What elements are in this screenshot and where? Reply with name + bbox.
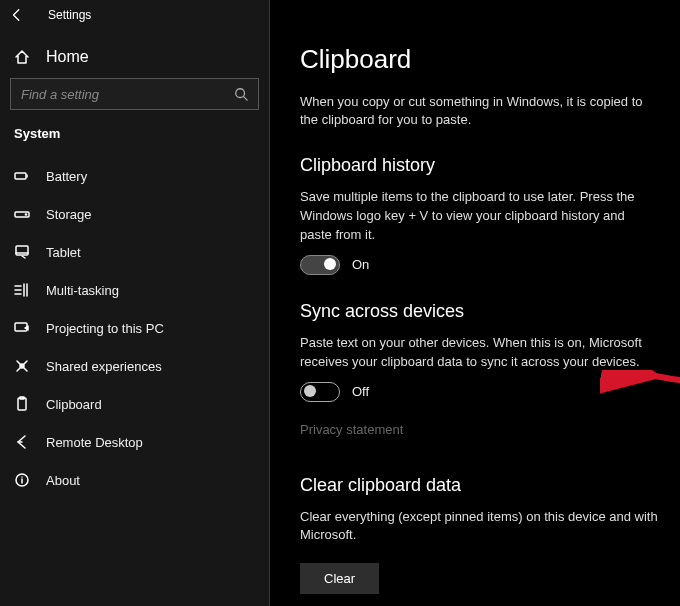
multitasking-icon <box>14 282 30 298</box>
nav-label: About <box>46 473 80 488</box>
nav-label: Multi-tasking <box>46 283 119 298</box>
clear-button[interactable]: Clear <box>300 563 379 594</box>
sync-heading: Sync across devices <box>300 301 660 322</box>
content-pane: Clipboard When you copy or cut something… <box>270 0 680 606</box>
history-desc: Save multiple items to the clipboard to … <box>300 188 660 245</box>
history-toggle-label: On <box>352 257 369 272</box>
nav-label: Battery <box>46 169 87 184</box>
about-icon <box>14 472 30 488</box>
nav-item-shared[interactable]: Shared experiences <box>0 347 269 385</box>
remote-icon <box>14 434 30 450</box>
clear-desc: Clear everything (except pinned items) o… <box>300 508 660 546</box>
search-box[interactable] <box>10 78 259 110</box>
nav-item-battery[interactable]: Battery <box>0 157 269 195</box>
nav-label: Shared experiences <box>46 359 162 374</box>
sidebar-home[interactable]: Home <box>0 40 269 78</box>
sync-toggle-label: Off <box>352 384 369 399</box>
history-heading: Clipboard history <box>300 155 660 176</box>
sync-desc: Paste text on your other devices. When t… <box>300 334 660 372</box>
page-title: Clipboard <box>300 44 660 75</box>
svg-rect-7 <box>18 398 26 410</box>
titlebar: Settings <box>0 0 269 40</box>
nav-label: Tablet <box>46 245 81 260</box>
sidebar-home-label: Home <box>46 48 89 66</box>
back-icon[interactable] <box>10 8 24 22</box>
sync-toggle[interactable] <box>300 382 340 402</box>
sidebar: Settings Home System Battery Storage <box>0 0 270 606</box>
nav-item-about[interactable]: About <box>0 461 269 499</box>
svg-rect-1 <box>15 173 26 179</box>
sidebar-category: System <box>0 124 269 157</box>
privacy-link[interactable]: Privacy statement <box>300 422 403 437</box>
nav-item-clipboard[interactable]: Clipboard <box>0 385 269 423</box>
clipboard-icon <box>14 396 30 412</box>
nav-item-projecting[interactable]: Projecting to this PC <box>0 309 269 347</box>
settings-window: Settings Home System Battery Storage <box>0 0 680 606</box>
home-icon <box>14 49 30 65</box>
history-toggle[interactable] <box>300 255 340 275</box>
nav-item-multitasking[interactable]: Multi-tasking <box>0 271 269 309</box>
search-icon <box>234 87 248 101</box>
history-toggle-row: On <box>300 255 660 275</box>
sync-toggle-row: Off <box>300 382 660 402</box>
storage-icon <box>14 206 30 222</box>
tablet-icon <box>14 244 30 260</box>
nav-item-remote[interactable]: Remote Desktop <box>0 423 269 461</box>
nav-label: Storage <box>46 207 92 222</box>
svg-point-3 <box>25 214 26 215</box>
search-input[interactable] <box>21 87 201 102</box>
window-title: Settings <box>48 8 91 22</box>
battery-icon <box>14 168 30 184</box>
shared-icon <box>14 358 30 374</box>
nav-item-storage[interactable]: Storage <box>0 195 269 233</box>
nav-list: Battery Storage Tablet Multi-tasking Pro… <box>0 157 269 598</box>
nav-label: Projecting to this PC <box>46 321 164 336</box>
nav-item-tablet[interactable]: Tablet <box>0 233 269 271</box>
clear-heading: Clear clipboard data <box>300 475 660 496</box>
nav-label: Remote Desktop <box>46 435 143 450</box>
projecting-icon <box>14 320 30 336</box>
nav-label: Clipboard <box>46 397 102 412</box>
page-intro: When you copy or cut something in Window… <box>300 93 660 129</box>
